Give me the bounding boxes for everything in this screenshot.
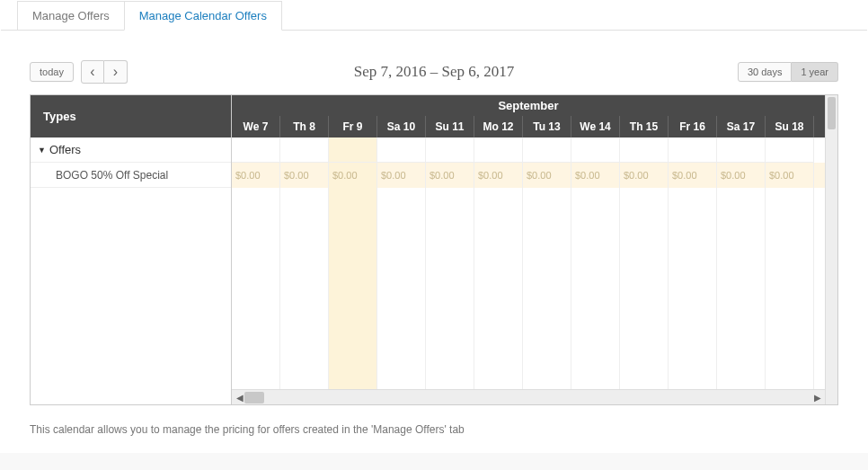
month-header: September bbox=[232, 95, 825, 116]
empty-cell bbox=[329, 188, 377, 389]
price-cell[interactable]: $0.00 bbox=[280, 163, 329, 188]
group-cell[interactable] bbox=[280, 137, 329, 163]
view-1year-button[interactable]: 1 year bbox=[792, 62, 838, 82]
calendar-body: September We 7Th 8Fr 9Sa 10Su 11Mo 12Tu … bbox=[232, 95, 825, 404]
today-button[interactable]: today bbox=[30, 62, 74, 82]
offers-group-row[interactable]: ▼ Offers bbox=[31, 137, 231, 163]
offers-group-label: Offers bbox=[49, 143, 81, 156]
horizontal-scrollbar[interactable]: ◀ ▶ bbox=[232, 389, 825, 404]
group-cell[interactable] bbox=[523, 137, 571, 163]
day-header-cell: We 14 bbox=[571, 116, 620, 137]
chevron-right-icon: › bbox=[113, 65, 118, 79]
calendar-toolbar: today ‹ › Sep 7, 2016 – Sep 6, 2017 30 d… bbox=[30, 60, 838, 84]
group-cell[interactable] bbox=[377, 137, 426, 163]
group-cell[interactable] bbox=[232, 137, 280, 163]
day-header-cell: Tu 13 bbox=[523, 116, 571, 137]
empty-cell bbox=[377, 188, 426, 389]
vertical-scrollbar[interactable] bbox=[825, 95, 837, 404]
price-cell[interactable]: $0.00 bbox=[523, 163, 571, 188]
vscroll-thumb[interactable] bbox=[828, 97, 836, 129]
group-cell[interactable] bbox=[329, 137, 377, 163]
empty-cell bbox=[766, 188, 814, 389]
day-header-row: We 7Th 8Fr 9Sa 10Su 11Mo 12Tu 13We 14Th … bbox=[232, 116, 825, 137]
empty-cell bbox=[523, 188, 571, 389]
footer-note: This calendar allows you to manage the p… bbox=[30, 423, 838, 436]
group-cell[interactable] bbox=[766, 137, 814, 163]
empty-cell bbox=[280, 188, 329, 389]
group-cell[interactable] bbox=[669, 137, 717, 163]
empty-cell bbox=[571, 188, 620, 389]
day-header-cell: We 7 bbox=[232, 116, 280, 137]
view-30days-button[interactable]: 30 days bbox=[738, 62, 793, 82]
price-cell[interactable]: $0.00 bbox=[474, 163, 523, 188]
price-cell[interactable]: $0.00 bbox=[766, 163, 814, 188]
price-cell[interactable]: $0.00 bbox=[669, 163, 717, 188]
group-cell[interactable] bbox=[717, 137, 766, 163]
empty-cell bbox=[669, 188, 717, 389]
day-header-cell: Mo 12 bbox=[474, 116, 523, 137]
day-header-cell: Th 15 bbox=[620, 116, 669, 137]
group-cell[interactable] bbox=[571, 137, 620, 163]
hscroll-thumb[interactable] bbox=[244, 392, 264, 403]
tab-manage-calendar-offers[interactable]: Manage Calendar Offers bbox=[124, 1, 282, 31]
day-header-cell: Fr 9 bbox=[329, 116, 377, 137]
group-cell[interactable] bbox=[620, 137, 669, 163]
empty-cell bbox=[474, 188, 523, 389]
price-cell[interactable]: $0.00 bbox=[232, 163, 280, 188]
day-header-cell: Fr 16 bbox=[669, 116, 717, 137]
group-value-row bbox=[232, 137, 825, 163]
types-column: Types ▼ Offers BOGO 50% Off Special bbox=[31, 95, 232, 404]
price-cell[interactable]: $0.00 bbox=[377, 163, 426, 188]
item-value-row: $0.00$0.00$0.00$0.00$0.00$0.00$0.00$0.00… bbox=[232, 163, 825, 188]
price-cell[interactable]: $0.00 bbox=[571, 163, 620, 188]
price-cell[interactable]: $0.00 bbox=[426, 163, 474, 188]
group-cell[interactable] bbox=[426, 137, 474, 163]
content-area: today ‹ › Sep 7, 2016 – Sep 6, 2017 30 d… bbox=[1, 31, 867, 436]
tab-manage-offers[interactable]: Manage Offers bbox=[17, 1, 124, 31]
offer-row[interactable]: BOGO 50% Off Special bbox=[31, 163, 231, 188]
day-header-cell: Su 18 bbox=[766, 116, 814, 137]
prev-button[interactable]: ‹ bbox=[81, 60, 104, 84]
day-header-cell: Sa 17 bbox=[717, 116, 766, 137]
empty-cell bbox=[717, 188, 766, 389]
next-button[interactable]: › bbox=[104, 60, 128, 84]
collapse-icon: ▼ bbox=[38, 146, 46, 155]
types-header: Types bbox=[31, 95, 231, 137]
day-header-cell: Th 8 bbox=[280, 116, 329, 137]
group-cell[interactable] bbox=[474, 137, 523, 163]
price-cell[interactable]: $0.00 bbox=[620, 163, 669, 188]
tab-bar: Manage Offers Manage Calendar Offers bbox=[1, 1, 867, 31]
chevron-left-icon: ‹ bbox=[90, 65, 94, 79]
date-range-title: Sep 7, 2016 – Sep 6, 2017 bbox=[354, 63, 515, 81]
calendar-grid: Types ▼ Offers BOGO 50% Off Special Sept… bbox=[30, 94, 838, 405]
price-cell[interactable]: $0.00 bbox=[329, 163, 377, 188]
day-header-cell: Sa 10 bbox=[377, 116, 426, 137]
empty-cell bbox=[426, 188, 474, 389]
empty-cell bbox=[620, 188, 669, 389]
empty-cell bbox=[232, 188, 280, 389]
price-cell[interactable]: $0.00 bbox=[717, 163, 766, 188]
scroll-right-icon[interactable]: ▶ bbox=[810, 390, 825, 404]
day-header-cell: Su 11 bbox=[426, 116, 474, 137]
